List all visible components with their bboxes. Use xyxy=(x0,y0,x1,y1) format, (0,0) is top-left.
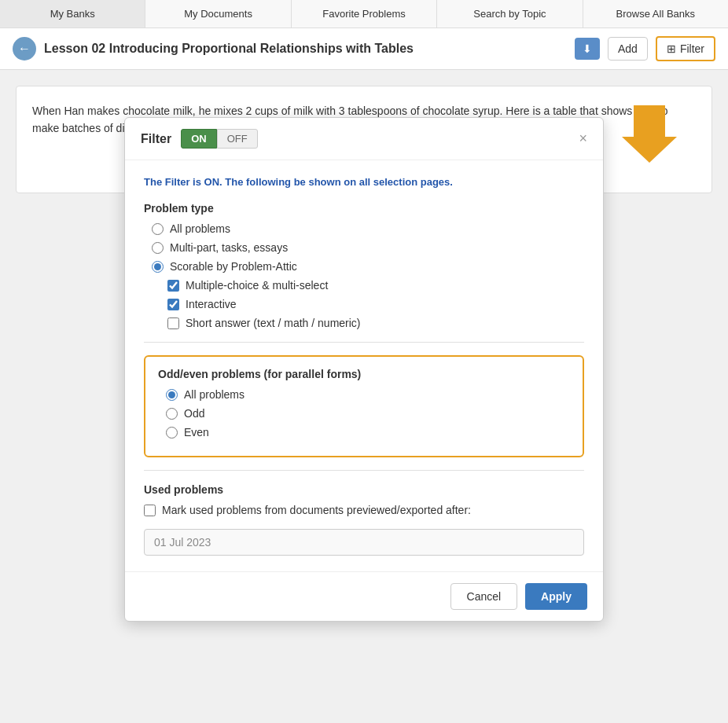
svg-marker-0 xyxy=(622,105,677,163)
sub-checkboxes-group: Multiple-choice & multi-select Interacti… xyxy=(167,279,584,329)
odd-even-title: Odd/even problems (for parallel forms) xyxy=(158,368,570,380)
filter-icon: ⊞ xyxy=(667,42,676,55)
header-bar: ← Lesson 02 Introducing Proportional Rel… xyxy=(0,28,728,70)
radio-scorable-input[interactable] xyxy=(152,261,164,273)
arrow-indicator xyxy=(618,101,681,167)
nav-browse-all-banks[interactable]: Browse All Banks xyxy=(583,0,728,28)
problem-type-title: Problem type xyxy=(144,202,584,215)
filter-modal: Filter ON OFF × The Filter is ON. The fo… xyxy=(124,117,604,622)
checkbox-short-answer-input[interactable] xyxy=(167,317,179,329)
checkbox-multiple-choice-input[interactable] xyxy=(167,280,179,292)
checkbox-multiple-choice[interactable]: Multiple-choice & multi-select xyxy=(167,279,584,292)
download-button[interactable]: ⬇ xyxy=(575,38,600,60)
modal-footer: Cancel Apply xyxy=(125,571,603,621)
radio-scorable[interactable]: Scorable by Problem-Attic xyxy=(152,260,584,273)
cancel-button[interactable]: Cancel xyxy=(450,583,518,610)
used-problems-title: Used problems xyxy=(144,483,584,496)
toggle-group: ON OFF xyxy=(181,129,258,149)
radio-all-oe[interactable]: All problems xyxy=(166,388,570,401)
modal-body: The Filter is ON. The following be shown… xyxy=(125,160,603,571)
nav-search-by-topic[interactable]: Search by Topic xyxy=(437,0,583,28)
checkbox-interactive[interactable]: Interactive xyxy=(167,298,584,310)
toggle-off-button[interactable]: OFF xyxy=(217,129,258,149)
problem-type-radio-group: All problems Multi-part, tasks, essays S… xyxy=(152,222,584,273)
back-button[interactable]: ← xyxy=(13,37,36,61)
radio-multi-part[interactable]: Multi-part, tasks, essays xyxy=(152,241,584,254)
nav-favorite-problems[interactable]: Favorite Problems xyxy=(292,0,437,28)
top-nav: My Banks My Documents Favorite Problems … xyxy=(0,0,728,28)
nav-my-banks[interactable]: My Banks xyxy=(0,0,145,28)
radio-even-input[interactable] xyxy=(166,427,178,439)
odd-even-section: Odd/even problems (for parallel forms) A… xyxy=(144,355,584,457)
page-title: Lesson 02 Introducing Proportional Relat… xyxy=(44,42,567,56)
odd-even-radio-group: All problems Odd Even xyxy=(166,388,570,439)
nav-my-documents[interactable]: My Documents xyxy=(145,0,291,28)
divider-2 xyxy=(144,470,584,471)
checkbox-interactive-input[interactable] xyxy=(167,299,179,310)
checkbox-used-problems-input[interactable] xyxy=(144,505,156,516)
nav-bar: My Banks My Documents Favorite Problems … xyxy=(0,0,728,28)
add-button[interactable]: Add xyxy=(608,37,648,61)
radio-all-problems[interactable]: All problems xyxy=(152,222,584,235)
modal-header: Filter ON OFF × xyxy=(125,118,603,160)
problem-type-section: Problem type All problems Multi-part, ta… xyxy=(144,202,584,329)
modal-title: Filter xyxy=(141,132,171,146)
checkbox-used-problems[interactable]: Mark used problems from documents previe… xyxy=(144,504,584,516)
modal-close-button[interactable]: × xyxy=(579,130,587,147)
radio-even[interactable]: Even xyxy=(166,426,570,439)
checkbox-short-answer[interactable]: Short answer (text / math / numeric) xyxy=(167,317,584,329)
filter-status-text: The Filter is ON. The following be shown… xyxy=(144,176,584,188)
radio-multi-part-input[interactable] xyxy=(152,242,164,254)
apply-button[interactable]: Apply xyxy=(525,583,587,610)
toggle-on-button[interactable]: ON xyxy=(181,129,217,149)
radio-odd[interactable]: Odd xyxy=(166,407,570,420)
content-area: When Han makes chocolate milk, he mixes … xyxy=(0,70,728,225)
radio-odd-input[interactable] xyxy=(166,408,178,420)
radio-all-oe-input[interactable] xyxy=(166,389,178,401)
divider-1 xyxy=(144,342,584,343)
radio-all-problems-input[interactable] xyxy=(152,223,164,235)
date-input[interactable] xyxy=(144,529,584,556)
used-problems-section: Used problems Mark used problems from do… xyxy=(144,483,584,556)
filter-button[interactable]: ⊞ Filter xyxy=(656,36,715,61)
